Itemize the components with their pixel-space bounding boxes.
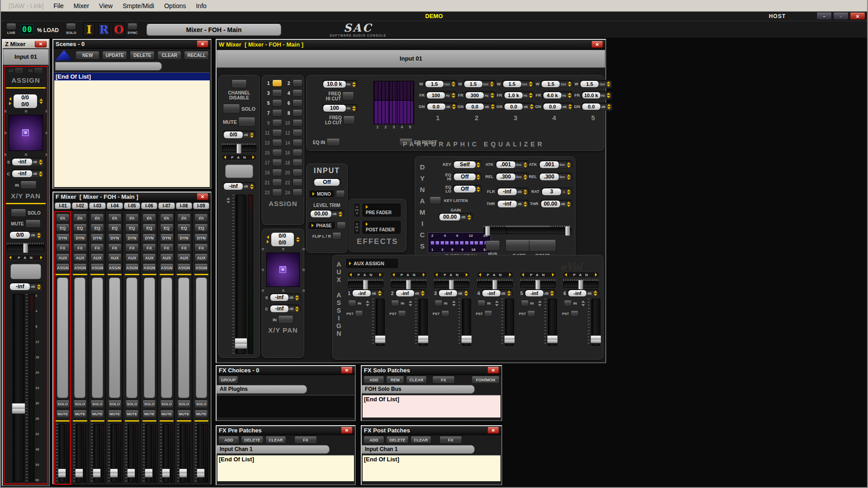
fx-pre-delete-button[interactable]: DELETE [241, 436, 264, 444]
fx-post-selector[interactable]: Input Chan 1 [362, 445, 475, 454]
w-xy-pad-surface[interactable]: ✕ [266, 253, 300, 287]
assign-button-19[interactable] [272, 169, 282, 176]
z-xy-marker[interactable]: ✕ [22, 129, 29, 136]
aux5-pst-button[interactable] [527, 311, 535, 317]
gate-thr-spinner[interactable]: THR -infdB [484, 200, 529, 208]
eq-hicut-button[interactable] [342, 92, 354, 100]
fx-solo-close-icon[interactable]: ✕ [487, 367, 499, 374]
z-c-level-spinner[interactable]: C -infdB [7, 169, 45, 178]
assign-button-5[interactable] [272, 100, 282, 107]
z-mixer-titlebar[interactable]: Z Mixer ✕ [3, 40, 49, 49]
aux6-pan-slider[interactable] [563, 279, 599, 288]
fx-choices-close-icon[interactable]: ✕ [341, 367, 353, 374]
eq-band2-gn-spinner[interactable]: 0.0dB [465, 103, 496, 111]
strip3-dyn-button[interactable]: DYN [90, 234, 104, 242]
strip9-asgn-button[interactable]: ASGN [194, 264, 208, 272]
aux-assign-button[interactable]: AUX ASSIGN [345, 258, 399, 269]
fx-post-add-button[interactable]: ADD [363, 436, 384, 444]
strip7-eq-button[interactable]: EQ [160, 224, 174, 232]
aux2-fader[interactable] [419, 299, 428, 346]
eq-band4-gn-spinner[interactable]: 0.0dB [542, 103, 574, 111]
strip8-label-box[interactable] [178, 277, 189, 398]
fx-pre-list-item[interactable]: [End Of List] [217, 455, 354, 464]
input-phase-toggle[interactable] [337, 222, 346, 229]
strip5-label-box[interactable] [126, 277, 137, 398]
eq-band5-fr-spinner[interactable]: 10.0 kHz [581, 91, 613, 99]
strip3-i-a-button[interactable]: I/A [90, 214, 104, 222]
input-mono-button[interactable]: MONO [309, 190, 335, 198]
assign-button-7[interactable] [272, 110, 282, 117]
f-mixer-strip-4[interactable]: I/AEQDYNFXAUXASGNSOLOMUTE [106, 211, 123, 485]
maximize-button[interactable]: ▫ [833, 13, 849, 20]
strip6-dyn-button[interactable]: DYN [142, 234, 156, 242]
eq-band5-w-spinner[interactable]: 1.5Oct [580, 80, 612, 88]
strip6-aux-button[interactable]: AUX [142, 254, 156, 262]
fx-pre-selector[interactable]: Input Chan 1 [217, 445, 330, 454]
scenes-list-item[interactable]: [End Of List] [54, 73, 210, 81]
w-xy-spinner[interactable]: 0/00/0 [266, 233, 301, 246]
aux4-fader[interactable] [505, 299, 514, 346]
strip1-label-box[interactable] [57, 277, 68, 398]
dyn-key-listen-button[interactable] [429, 197, 441, 204]
w-mute-button[interactable] [238, 117, 255, 127]
scenes-list[interactable]: [End Of List] [54, 72, 210, 187]
aux3-pan-slider[interactable] [434, 279, 469, 288]
strip2-i-a-button[interactable]: I/A [73, 214, 87, 222]
assign-button-2[interactable] [292, 80, 302, 87]
input-mono-toggle[interactable] [336, 191, 345, 197]
comp-threshold-slider[interactable] [506, 225, 571, 234]
scenes-delete-button[interactable]: DELETE [130, 52, 155, 60]
eq-band4-w-spinner[interactable]: 1.5Oct [541, 80, 573, 88]
z-pan-slider[interactable] [7, 243, 45, 251]
fx-pre-list[interactable]: [End Of List] [217, 455, 354, 481]
aux2-in-button[interactable] [391, 300, 399, 306]
assign-button-16[interactable] [292, 150, 302, 156]
z-xy-spinner[interactable]: 0/00/0 [8, 94, 44, 108]
gate-rel-spinner[interactable]: REL .300Sec [484, 173, 529, 181]
assign-button-10[interactable] [292, 120, 302, 127]
gate-rvs-button[interactable] [486, 241, 500, 251]
strip1-aux-button[interactable]: AUX [56, 254, 70, 262]
dyn-eqhi-spinner[interactable]: EQ HI Off [429, 173, 482, 181]
eq-locut-button[interactable] [343, 116, 355, 124]
aux6-in-button[interactable] [564, 300, 572, 306]
w-xy-marker[interactable]: ✕ [279, 266, 286, 273]
assign-button-24[interactable] [292, 189, 302, 196]
assign-button-11[interactable] [272, 130, 282, 136]
strip5-eq-button[interactable]: EQ [125, 224, 139, 232]
w-strip-label-box[interactable] [225, 164, 253, 178]
aux6-fader[interactable] [591, 299, 600, 346]
strip1-i-a-button[interactable]: I/A [56, 214, 70, 222]
comp-button[interactable] [529, 240, 556, 252]
assign-button-17[interactable] [272, 160, 282, 166]
strip8-fader[interactable] [180, 424, 186, 483]
menu-file[interactable]: File [48, 1, 69, 10]
aux3-pan-bar[interactable]: P A N [433, 272, 470, 278]
strip8-solo-button[interactable]: SOLO [177, 400, 191, 408]
w-fader-level-spinner[interactable]: -inf dB [223, 182, 255, 191]
strip2-label-box[interactable] [74, 277, 85, 398]
f-mixer-close-icon[interactable]: ✕ [197, 193, 208, 200]
eq-band5-gn-spinner[interactable]: 0.0dB [581, 103, 613, 111]
scenes-new-button[interactable]: NEW [75, 52, 99, 60]
strip2-asgn-button[interactable]: ASGN [73, 264, 87, 272]
fx-post-close-icon[interactable]: ✕ [487, 427, 499, 434]
strip6-mute-button[interactable]: MUTE [142, 410, 156, 418]
eq-band2-fr-spinner[interactable]: 300Hz [465, 91, 496, 99]
scenes-close-icon[interactable]: ✕ [197, 41, 208, 47]
assign-button-18[interactable] [292, 160, 302, 166]
assign-button-22[interactable] [292, 179, 302, 186]
eq-band3-w-spinner[interactable]: 1.5Oct [502, 80, 535, 88]
assign-button-4[interactable] [292, 90, 302, 97]
strip3-fx-button[interactable]: FX [90, 244, 104, 252]
strip9-eq-button[interactable]: EQ [194, 224, 208, 232]
w-xy-c-spinner[interactable]: C -infdB [265, 305, 301, 313]
input-flip-toggle[interactable] [332, 233, 341, 239]
strip1-solo-button[interactable]: SOLO [56, 400, 70, 408]
strip9-mute-button[interactable]: MUTE [194, 410, 208, 418]
level-trim-spinner[interactable]: 00.00 dB [310, 210, 344, 218]
dyn-eqlo-spinner[interactable]: EQ LO Off [429, 185, 482, 193]
strip6-fader[interactable] [146, 424, 152, 483]
z-xy-pad-surface[interactable]: ✕ [9, 115, 43, 151]
eq-hicut-spinner[interactable]: 10.0 k Hz [322, 80, 358, 89]
